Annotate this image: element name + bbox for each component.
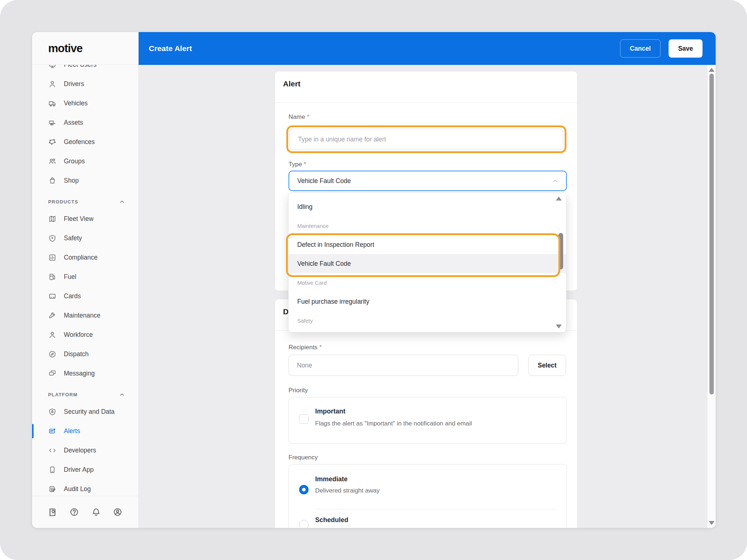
topbar: Create Alert Cancel Save	[139, 32, 716, 65]
dropdown-option-vehicle-fault-code[interactable]: Vehicle Fault Code	[289, 254, 566, 273]
type-select[interactable]: Vehicle Fault Code	[289, 171, 567, 191]
type-select-value: Vehicle Fault Code	[297, 177, 351, 185]
sidebar-item-label: Vehicles	[64, 100, 88, 107]
bell-button[interactable]	[89, 505, 103, 520]
sidebar-item-assets[interactable]: Assets	[32, 113, 138, 132]
user-button[interactable]	[111, 505, 125, 520]
scheduled-title: Scheduled	[315, 516, 348, 524]
sidebar-item-label: Geofences	[64, 138, 95, 146]
alert-card-title: Alert	[283, 79, 301, 88]
sidebar-item-label: Drivers	[64, 80, 84, 88]
trailer-icon	[48, 118, 57, 127]
sidebar-item-label: Audit Log	[64, 485, 91, 493]
sidebar-footer	[32, 496, 138, 528]
sidebar-item-security-and-data[interactable]: Security and Data	[32, 402, 138, 421]
sidebar-item-label: Groups	[64, 158, 85, 165]
map-icon	[48, 215, 57, 223]
user-icon	[113, 507, 123, 517]
sidebar-item-fleet-view[interactable]: Fleet View	[32, 209, 138, 229]
main-scrollbar	[708, 65, 716, 528]
sidebar-section-label: PLATFORM	[48, 392, 78, 397]
cancel-button[interactable]: Cancel	[620, 39, 661, 58]
sidebar-item-label: Maintenance	[64, 312, 100, 319]
sidebar-item-label: Safety	[64, 234, 82, 242]
sidebar-item-groups[interactable]: Groups	[32, 152, 138, 171]
sidebar-item-fleet-users[interactable]: Fleet Users	[32, 65, 138, 74]
sidebar-item-developers[interactable]: Developers	[32, 441, 138, 460]
highlight-ring-name-input	[286, 125, 566, 153]
alert-card-icon	[48, 427, 57, 435]
sidebar-item-label: Assets	[64, 119, 83, 127]
sidebar-nav: Fleet UsersDriversVehiclesAssetsGeofence…	[32, 65, 138, 496]
truck-icon	[48, 99, 57, 108]
bell-icon	[91, 507, 101, 517]
sidebar-item-label: Compliance	[64, 254, 97, 261]
dropdown-option-fuel-purchase-irregularity[interactable]: Fuel purchase irregularity	[289, 292, 566, 311]
dropdown-option-idling[interactable]: Idling	[289, 197, 566, 216]
fuel-pump-icon	[48, 273, 57, 281]
sidebar-section-platform[interactable]: PLATFORM	[32, 383, 138, 402]
sidebar-item-label: Alerts	[64, 427, 80, 435]
sidebar-item-driver-app[interactable]: Driver App	[32, 460, 138, 479]
sidebar-item-label: Driver App	[64, 466, 94, 474]
compass-icon	[48, 350, 57, 358]
sidebar-item-label: Fleet Users	[64, 65, 96, 69]
sidebar-item-geofences[interactable]: Geofences	[32, 132, 138, 152]
sidebar-item-cards[interactable]: Cards	[32, 287, 138, 306]
content-area: Alert Name* Type* Vehicle Fault Code Del…	[139, 65, 716, 528]
dropdown-scroll-down-arrow-icon[interactable]	[556, 324, 562, 328]
chat-icon	[48, 369, 57, 378]
dropdown-scroll-up-arrow-icon[interactable]	[556, 197, 562, 201]
dropdown-option-defect-in-inspection-report[interactable]: Defect in Inspection Report	[289, 235, 566, 254]
name-label: Name*	[289, 113, 309, 121]
sidebar-item-drivers[interactable]: Drivers	[32, 74, 138, 94]
alert-name-input[interactable]	[290, 129, 563, 150]
sidebar-item-alerts[interactable]: Alerts	[32, 421, 138, 441]
sidebar-item-label: Messaging	[64, 370, 95, 377]
recipients-select-button[interactable]: Select	[528, 355, 566, 376]
sidebar-item-compliance[interactable]: Compliance	[32, 248, 138, 267]
scroll-up-arrow-icon[interactable]	[709, 68, 715, 72]
type-dropdown-menu: IdlingMaintenanceDefect in Inspection Re…	[288, 192, 566, 332]
shield-icon	[48, 234, 57, 242]
main-scrollbar-thumb[interactable]	[709, 74, 714, 394]
audit-log-icon	[48, 485, 57, 493]
sidebar-item-audit-log[interactable]: Audit Log	[32, 479, 138, 496]
dropdown-group-motive-card: Motive Card	[289, 273, 566, 292]
sidebar-item-maintenance[interactable]: Maintenance	[32, 306, 138, 325]
immediate-radio[interactable]	[299, 485, 309, 494]
scroll-down-arrow-icon[interactable]	[709, 521, 715, 525]
shield-lock-icon	[48, 408, 57, 416]
scheduled-radio[interactable]	[299, 520, 309, 528]
sidebar-item-shop[interactable]: Shop	[32, 171, 138, 190]
sidebar-item-label: Fleet View	[64, 215, 93, 223]
people-icon	[48, 157, 57, 166]
sidebar-item-label: Fuel	[64, 273, 76, 281]
sidebar-logo-row: motive	[32, 32, 138, 65]
sidebar-item-label: Shop	[64, 177, 79, 184]
sidebar-section-products[interactable]: PRODUCTS	[32, 190, 138, 209]
shopping-bag-icon	[48, 176, 57, 185]
sidebar-item-dispatch[interactable]: Dispatch	[32, 345, 138, 364]
logbook-button[interactable]	[45, 505, 60, 520]
sidebar-item-workforce[interactable]: Workforce	[32, 325, 138, 345]
logbook-icon	[48, 507, 58, 517]
divider	[315, 509, 556, 509]
important-checkbox[interactable]	[299, 414, 309, 424]
priority-label: Priority	[289, 387, 308, 394]
help-button[interactable]	[67, 505, 82, 520]
recipients-input[interactable]: None	[289, 355, 518, 376]
chevron-up-icon	[551, 177, 559, 184]
code-icon	[48, 446, 57, 455]
immediate-title: Immediate	[315, 475, 348, 483]
sidebar-item-safety[interactable]: Safety	[32, 229, 138, 248]
sidebar-item-messaging[interactable]: Messaging	[32, 364, 138, 383]
monitor-icon	[48, 65, 57, 69]
save-button[interactable]: Save	[669, 39, 703, 58]
sidebar-item-fuel[interactable]: Fuel	[32, 267, 138, 287]
sidebar-item-vehicles[interactable]: Vehicles	[32, 94, 138, 113]
sidebar-item-label: Dispatch	[64, 350, 89, 358]
phone-icon	[48, 466, 57, 474]
dropdown-scrollbar-thumb[interactable]	[558, 233, 563, 269]
sidebar-item-label: Workforce	[64, 331, 93, 339]
